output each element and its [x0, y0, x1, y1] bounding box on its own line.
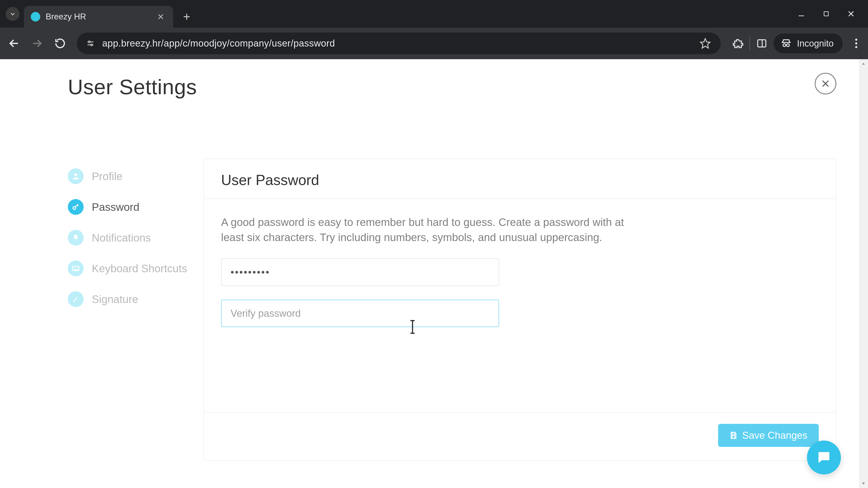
- toolbar-divider: [749, 36, 750, 51]
- settings-sidenav: Profile Password Notifications Keyboard …: [68, 159, 204, 461]
- close-icon: [820, 78, 831, 89]
- key-icon: [71, 203, 80, 211]
- close-icon: [157, 13, 164, 21]
- side-panel-button[interactable]: [756, 38, 767, 49]
- save-button-label: Save Changes: [742, 430, 807, 441]
- svg-point-19: [786, 44, 789, 46]
- panel-icon: [756, 38, 767, 49]
- tab-search-button[interactable]: [6, 7, 20, 21]
- new-tab-button[interactable]: [180, 10, 193, 24]
- new-password-input[interactable]: [221, 258, 499, 286]
- svg-marker-38: [862, 63, 865, 65]
- maximize-icon: [823, 10, 830, 18]
- puzzle-icon: [732, 38, 743, 49]
- svg-rect-37: [732, 436, 735, 438]
- keyboard-icon: [71, 264, 80, 273]
- nav-forward-button[interactable]: [28, 34, 46, 53]
- browser-toolbar: app.breezy.hr/app/c/moodjoy/company/user…: [0, 28, 868, 59]
- settings-content: Profile Password Notifications Keyboard …: [68, 159, 836, 461]
- sidenav-item-profile[interactable]: Profile: [68, 161, 204, 192]
- close-settings-button[interactable]: [815, 73, 836, 94]
- minimize-icon: [797, 10, 805, 18]
- incognito-icon: [781, 38, 792, 49]
- sidenav-item-label: Password: [92, 201, 140, 213]
- sidenav-item-label: Profile: [92, 170, 123, 183]
- svg-rect-28: [72, 267, 79, 270]
- panel-footer: Save Changes: [204, 412, 836, 460]
- settings-panel: User Password A good password is easy to…: [204, 159, 836, 461]
- page-viewport: User Settings Profile Password Notificat…: [0, 59, 868, 488]
- caret-up-icon: [861, 61, 866, 66]
- extensions-button[interactable]: [732, 38, 743, 49]
- arrow-left-icon: [8, 37, 20, 49]
- sidenav-item-label: Notifications: [92, 232, 151, 244]
- scroll-down-button[interactable]: [859, 479, 868, 488]
- svg-point-13: [91, 44, 92, 46]
- star-icon: [700, 38, 711, 49]
- svg-marker-39: [862, 483, 865, 484]
- svg-rect-5: [824, 12, 829, 16]
- verify-password-input[interactable]: [221, 300, 499, 327]
- scroll-up-button[interactable]: [859, 59, 868, 68]
- arrow-right-icon: [31, 37, 43, 49]
- save-icon: [730, 431, 738, 440]
- tab-title: Breezy HR: [46, 12, 155, 22]
- bell-icon: [72, 234, 80, 242]
- chat-icon: [816, 449, 832, 466]
- tab-strip: Breezy HR: [0, 0, 868, 28]
- password-guidance-text: A good password is easy to remember but …: [221, 215, 642, 245]
- plus-icon: [182, 12, 191, 21]
- svg-point-23: [855, 46, 857, 48]
- sidenav-item-keyboard-shortcuts[interactable]: Keyboard Shortcuts: [68, 253, 204, 284]
- page-title: User Settings: [68, 75, 197, 99]
- window-minimize-button[interactable]: [789, 5, 814, 23]
- page-scrollbar[interactable]: [859, 59, 868, 488]
- window-controls: [789, 0, 868, 28]
- pen-icon: [72, 295, 80, 303]
- window-maximize-button[interactable]: [814, 5, 839, 23]
- sidenav-item-signature[interactable]: Signature: [68, 284, 204, 315]
- toolbar-right-cluster: Incognito: [732, 33, 864, 53]
- sidenav-item-label: Keyboard Shortcuts: [92, 262, 187, 275]
- nav-back-button[interactable]: [4, 34, 24, 53]
- sidenav-item-password[interactable]: Password: [68, 192, 204, 222]
- address-bar[interactable]: app.breezy.hr/app/c/moodjoy/company/user…: [77, 33, 721, 54]
- chat-launcher-button[interactable]: [807, 441, 841, 475]
- kebab-icon: [855, 39, 857, 48]
- tab-close-button[interactable]: [155, 11, 166, 22]
- url-text[interactable]: app.breezy.hr/app/c/moodjoy/company/user…: [102, 38, 698, 49]
- svg-point-26: [74, 173, 77, 176]
- browser-chrome: Breezy HR: [0, 0, 868, 59]
- window-close-button[interactable]: [839, 5, 864, 23]
- panel-header: User Password: [204, 159, 836, 199]
- url-actions: [698, 36, 712, 51]
- reload-icon: [55, 38, 66, 49]
- close-icon: [847, 10, 855, 18]
- svg-point-21: [855, 39, 857, 41]
- svg-point-18: [783, 44, 786, 46]
- favicon-icon: [31, 12, 40, 22]
- panel-body: A good password is easy to remember but …: [204, 199, 836, 343]
- svg-marker-14: [701, 39, 710, 48]
- site-info-button[interactable]: [85, 38, 96, 49]
- panel-heading: User Password: [221, 172, 819, 188]
- chevron-down-icon: [9, 11, 16, 18]
- browser-tab[interactable]: Breezy HR: [24, 6, 173, 28]
- bookmark-button[interactable]: [698, 36, 712, 51]
- incognito-label: Incognito: [797, 38, 834, 48]
- person-icon: [71, 172, 80, 181]
- sidenav-item-notifications[interactable]: Notifications: [68, 222, 204, 253]
- tune-icon: [86, 39, 95, 48]
- browser-menu-button[interactable]: [849, 36, 864, 51]
- svg-point-11: [88, 41, 90, 43]
- nav-reload-button[interactable]: [51, 34, 70, 53]
- svg-rect-36: [732, 432, 735, 434]
- svg-point-27: [73, 206, 76, 209]
- caret-down-icon: [861, 481, 866, 486]
- svg-point-22: [855, 42, 857, 44]
- incognito-indicator[interactable]: Incognito: [774, 33, 843, 53]
- save-changes-button[interactable]: Save Changes: [718, 424, 819, 447]
- sidenav-item-label: Signature: [92, 293, 138, 305]
